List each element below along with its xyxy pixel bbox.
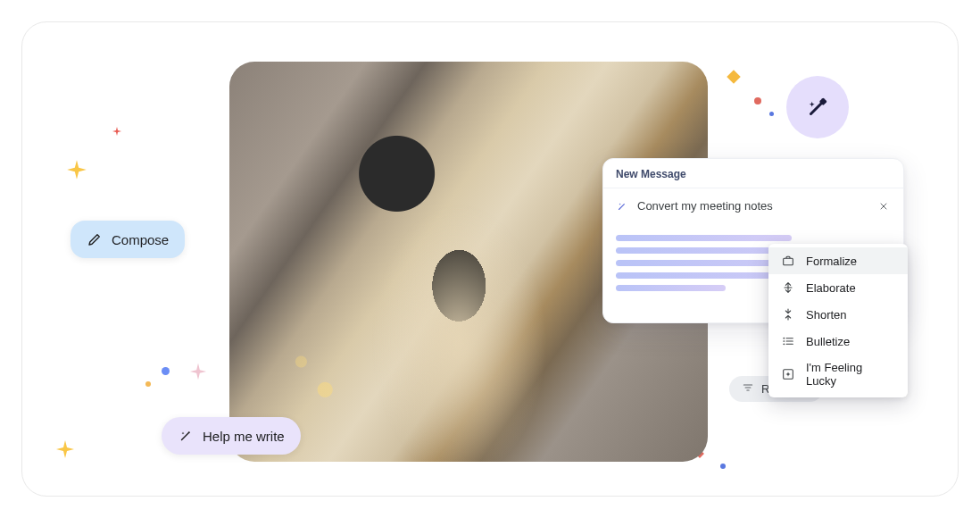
filter-icon: [742, 381, 754, 397]
list-icon: [781, 334, 795, 348]
dot-icon: [769, 112, 774, 116]
menu-item-feeling-lucky[interactable]: I'm Feeling Lucky: [768, 355, 908, 394]
magic-wand-icon: [616, 200, 628, 213]
compose-prompt-text: Convert my meeting notes: [637, 199, 773, 213]
svg-rect-4: [784, 258, 793, 264]
menu-item-bulletize[interactable]: Bulletize: [768, 328, 908, 355]
collapse-vertical-icon: [781, 307, 795, 322]
svg-point-7: [783, 343, 785, 345]
compose-window-title: New Message: [603, 159, 903, 188]
pencil-icon: [87, 231, 103, 247]
menu-item-label: Elaborate: [806, 281, 856, 295]
sparkle-icon: [65, 158, 88, 181]
refine-menu: Formalize Elaborate Shorten Bulletize I'…: [768, 244, 908, 397]
diamond-icon: [724, 67, 743, 87]
help-me-write-label: Help me write: [203, 429, 285, 444]
sparkle-icon: [188, 362, 208, 381]
menu-item-label: Bulletize: [806, 335, 850, 348]
compose-button[interactable]: Compose: [71, 221, 185, 258]
menu-item-formalize[interactable]: Formalize: [768, 247, 908, 274]
magic-wand-icon: [178, 428, 194, 444]
svg-point-6: [783, 340, 785, 342]
compose-prompt-row[interactable]: Convert my meeting notes: [603, 188, 903, 223]
menu-item-elaborate[interactable]: Elaborate: [768, 274, 908, 301]
dot-icon: [162, 367, 170, 375]
menu-item-label: Shorten: [806, 308, 847, 322]
help-me-write-button[interactable]: Help me write: [162, 417, 301, 455]
expand-vertical-icon: [781, 280, 795, 295]
sparkle-icon: [112, 126, 122, 137]
dot-icon: [754, 97, 761, 104]
sparkle-icon: [54, 439, 76, 460]
svg-point-5: [783, 338, 785, 339]
magic-wand-badge: [786, 76, 849, 138]
dot-icon: [145, 381, 151, 387]
feature-card: Compose Help me write New Message Conver…: [21, 21, 959, 497]
svg-rect-0: [727, 70, 741, 84]
close-icon[interactable]: [875, 197, 893, 215]
sparkle-box-icon: [781, 367, 795, 381]
menu-item-label: I'm Feeling Lucky: [806, 361, 895, 388]
menu-item-shorten[interactable]: Shorten: [768, 301, 908, 328]
briefcase-icon: [781, 254, 795, 268]
compose-label: Compose: [112, 232, 169, 247]
svg-point-3: [188, 431, 190, 433]
dot-icon: [720, 464, 726, 469]
menu-item-label: Formalize: [806, 255, 857, 268]
